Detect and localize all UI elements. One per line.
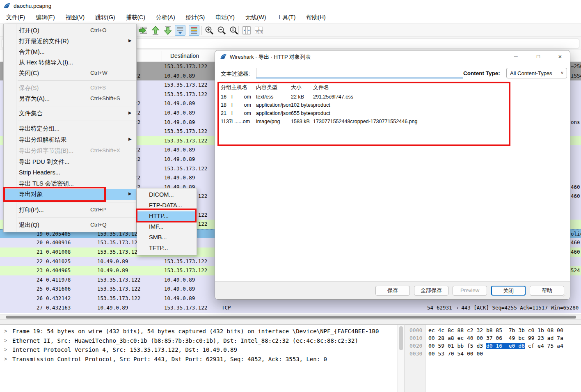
expander-icon[interactable]: >: [4, 347, 7, 353]
expander-icon[interactable]: >: [4, 356, 7, 362]
submenu-item[interactable]: DICOM...: [137, 190, 196, 201]
file-menu-item[interactable]: 导出分组解析结果 ▶: [4, 134, 136, 145]
goto-packet-icon[interactable]: [138, 25, 149, 36]
object-table-header[interactable]: 大小: [291, 84, 302, 91]
dialog-titlebar[interactable]: Wireshark · 导出 · HTTP 对象列表 ─ □ ×: [215, 50, 570, 63]
detail-tree-row[interactable]: > Internet Protocol Version 4, Src: 153.…: [0, 346, 397, 355]
packet-destination: 10.49.0.89: [164, 110, 195, 116]
file-menu-item[interactable]: 打开(O) Ctrl+O: [4, 25, 136, 36]
resize-grip[interactable]: ⋰: [563, 293, 568, 298]
object-row[interactable]: 1137 L......om image/png 1583 kB 1730771…: [216, 118, 565, 126]
file-menu-item[interactable]: 文件集合 ▶: [4, 108, 136, 119]
maximize-button[interactable]: □: [529, 50, 548, 63]
dialog-button-Preview[interactable]: Preview: [453, 286, 487, 296]
submenu-item[interactable]: IMF...: [137, 222, 196, 233]
submenu-item[interactable]: SMB...: [137, 233, 196, 243]
dialog-button-3[interactable]: 关闭: [491, 286, 526, 296]
menubar-item[interactable]: 无线(W): [240, 12, 272, 23]
hex-row[interactable]: 0030 00 53 70 54 00 00: [405, 351, 581, 358]
menu-item-label: 保存(S): [19, 84, 39, 92]
menubar-item[interactable]: 编辑(E): [30, 12, 60, 23]
menubar-item[interactable]: 电话(Y): [210, 12, 240, 23]
zoom-reset-icon[interactable]: [229, 25, 239, 36]
object-row[interactable]: 18 l om application/json 102 bytes produ…: [216, 101, 565, 110]
expander-icon[interactable]: >: [4, 338, 7, 344]
packet-row[interactable]: 27 0.432163 10.49.0.89 153.35.173.122 TC…: [0, 303, 581, 313]
expander-icon[interactable]: >: [4, 328, 7, 334]
hex-row[interactable]: 0020 00 59 01 bb f5 d3 d0 16 e0 d6 cf e4…: [405, 343, 581, 351]
file-menu-item[interactable]: 导出对象 ▶: [4, 189, 136, 200]
object-row[interactable]: 16 l om text/css 22 kB 291.25c6f747.css: [216, 93, 565, 101]
dialog-button-4[interactable]: 帮助: [530, 286, 564, 296]
details-scrollbar[interactable]: [398, 324, 405, 392]
object-table-header[interactable]: 主机名: [231, 84, 247, 91]
submenu-item[interactable]: TFTP...: [137, 243, 196, 254]
scrollbar-thumb[interactable]: [399, 326, 403, 350]
colorize-packets-icon[interactable]: [189, 25, 199, 36]
detail-tree-row[interactable]: > Frame 19: 54 bytes on wire (432 bits),…: [0, 328, 397, 337]
file-menu-item[interactable]: 退出(Q) Ctrl+Q: [4, 220, 136, 231]
packet-destination: 153.35.173.122: [164, 258, 207, 264]
horizontal-scrollbar[interactable]: [0, 314, 581, 320]
dialog-button-0[interactable]: 保存: [375, 286, 410, 296]
file-menu-item[interactable]: 打印(P)... Ctrl+P: [4, 204, 136, 215]
menubar-item[interactable]: 工具(T): [271, 12, 301, 23]
hex-row[interactable]: 0000 ec 4c 8c 88 c2 32 b8 85 7b 3b c0 1b…: [405, 327, 581, 335]
text-filter-input[interactable]: [256, 68, 463, 78]
file-menu-item[interactable]: 导出 TLS 会话密钥...: [4, 178, 136, 189]
file-menu-item[interactable]: 关闭(C) Ctrl+W: [4, 68, 136, 79]
minimize-button[interactable]: ─: [506, 50, 525, 63]
file-menu-item[interactable]: 导出特定分组...: [4, 123, 136, 134]
packet-info-fragment: 524: [571, 267, 580, 273]
file-menu-item[interactable]: 从 Hex 转储导入(I)...: [4, 57, 136, 68]
packet-protocol: TCP: [222, 305, 231, 311]
menubar-item[interactable]: 分析(A): [151, 12, 181, 23]
go-down-icon[interactable]: [162, 25, 173, 36]
object-table-header[interactable]: 文件名: [313, 84, 329, 91]
file-menu-item[interactable]: 合并(M)...: [4, 46, 136, 57]
packet-no: 20: [25, 239, 43, 245]
go-up-icon[interactable]: [150, 25, 161, 36]
auto-scroll-icon[interactable]: [175, 25, 185, 36]
object-table-header[interactable]: 内容类型: [256, 84, 277, 91]
hex-row[interactable]: 0010 00 28 a8 ec 40 00 37 06 49 bc 99 23…: [405, 335, 581, 343]
content-type-select[interactable]: All Content-Types ∨: [506, 68, 567, 78]
track-layout-icon[interactable]: 123: [254, 25, 264, 36]
detail-tree-row[interactable]: > Transmission Control Protocol, Src Por…: [0, 356, 397, 364]
pane-splitter[interactable]: [0, 320, 581, 324]
packet-destination: 10.49.0.89: [164, 295, 195, 301]
detail-tree-row[interactable]: > Ethernet II, Src: HuaweiTechno_3b:c0:1…: [0, 337, 397, 346]
object-hostname: l om: [231, 110, 251, 116]
object-size: 102 bytes: [291, 102, 313, 108]
close-icon[interactable]: ×: [551, 50, 570, 63]
object-table-header[interactable]: 分组: [221, 84, 231, 91]
object-hostname: l om: [231, 102, 251, 108]
column-header-destination[interactable]: Destination: [170, 53, 199, 59]
menubar-item[interactable]: 捕获(C): [120, 12, 150, 23]
column-divider[interactable]: [162, 51, 162, 61]
scrollbar-thumb[interactable]: [6, 316, 576, 319]
menubar-item[interactable]: 帮助(H): [301, 12, 331, 23]
file-menu-item[interactable]: 导出分组字节流(B)... Ctrl+Shift+X: [4, 145, 136, 156]
zoom-in-icon[interactable]: [204, 25, 215, 36]
dialog-button-1[interactable]: 全部保存: [414, 286, 448, 296]
resize-columns-icon[interactable]: [241, 25, 252, 36]
packet-time: 0.431606: [46, 286, 71, 292]
file-menu-item[interactable]: 导出 PDU 到文件...: [4, 156, 136, 167]
menubar-item[interactable]: 文件(F): [1, 12, 30, 23]
file-menu-item[interactable]: Strip Headers...: [4, 167, 136, 179]
object-row[interactable]: 21 l om application/json 655 bytes produ…: [216, 110, 565, 118]
submenu-arrow-icon: ▶: [128, 191, 132, 196]
file-menu-item[interactable]: 另存为(A)... Ctrl+Shift+S: [4, 93, 136, 104]
file-menu-item[interactable]: 打开最近的文件(R) ▶: [4, 36, 136, 47]
menubar: 文件(F)编辑(E)视图(V)跳转(G)捕获(C)分析(A)统计(S)电话(Y)…: [0, 11, 581, 24]
submenu-item[interactable]: HTTP...: [137, 211, 196, 222]
submenu-item[interactable]: FTP-DATA...: [137, 201, 196, 211]
menubar-item[interactable]: 视图(V): [60, 12, 90, 23]
menubar-item[interactable]: 跳转(G): [90, 12, 120, 23]
zoom-out-icon[interactable]: [216, 25, 227, 36]
menu-item-label: 文件集合: [19, 110, 43, 117]
menubar-item[interactable]: 统计(S): [181, 12, 210, 23]
file-menu-item[interactable]: 保存(S) Ctrl+S: [4, 83, 136, 94]
chevron-down-icon: ∨: [560, 70, 564, 76]
